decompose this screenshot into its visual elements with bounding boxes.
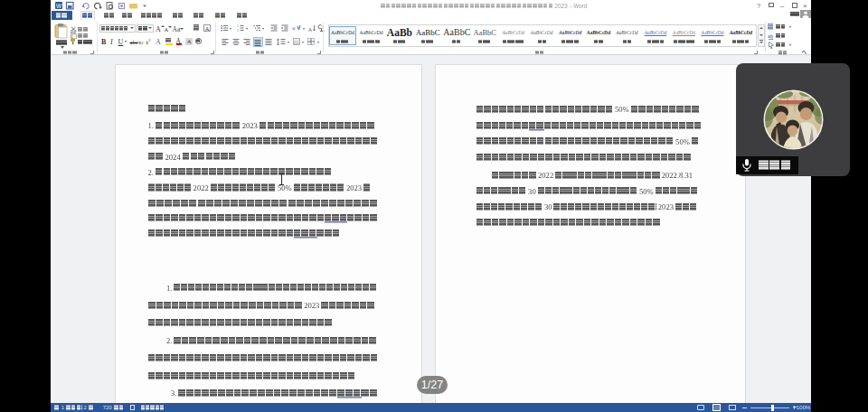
svg-text:ab: ab: [768, 33, 773, 39]
svg-text:A: A: [308, 26, 312, 32]
svg-text:W: W: [56, 3, 62, 9]
svg-text:1: 1: [237, 24, 239, 28]
svg-text:×: ×: [292, 25, 296, 32]
svg-text:2: 2: [237, 29, 239, 33]
